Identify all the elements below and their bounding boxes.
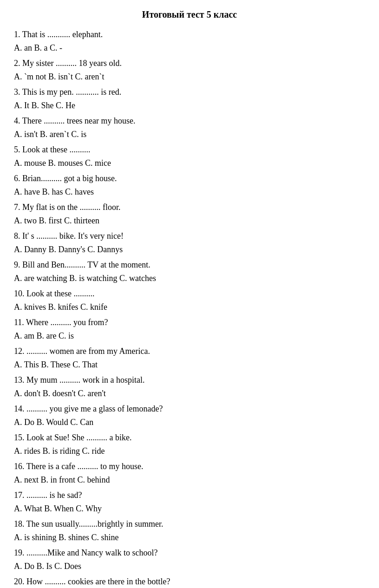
question-text-2: 2. My sister .......... 18 years old. — [14, 57, 365, 70]
answer-options-6: A. have B. has C. haves — [14, 186, 365, 198]
answer-options-10: A. knives B. knifes C. knife — [14, 301, 365, 314]
question-text-1: 1. That is ........... elephant. — [14, 28, 365, 41]
answer-options-14: A. Do B. Would C. Can — [14, 416, 365, 429]
question-text-5: 5. Look at these .......... — [14, 144, 365, 156]
answer-options-19: A. Do B. Is C. Does — [14, 560, 365, 573]
answer-options-7: A. two B. first C. thirteen — [14, 215, 365, 227]
page-title: Итоговый тест 5 класс — [14, 9, 365, 20]
question-text-6: 6. Brian.......... got a big house. — [14, 172, 365, 185]
answer-options-3: A. It B. She C. He — [14, 99, 365, 112]
answer-options-5: A. mouse B. mouses C. mice — [14, 157, 365, 170]
question-text-7: 7. My flat is on the .......... floor. — [14, 201, 365, 214]
answer-options-18: A. is shining B. shines C. shine — [14, 531, 365, 544]
question-text-19: 19. ..........Mike and Nancy walk to sch… — [14, 547, 365, 559]
question-text-11: 11. Where .......... you from? — [14, 316, 365, 329]
question-text-12: 12. .......... women are from my America… — [14, 345, 365, 358]
question-text-4: 4. There .......... trees near my house. — [14, 115, 365, 127]
question-text-8: 8. It' s .......... bike. It's very nice… — [14, 230, 365, 242]
question-text-14: 14. .......... you give me a glass of le… — [14, 403, 365, 415]
question-text-10: 10. Look at these .......... — [14, 287, 365, 300]
answer-options-11: A. am B. are C. is — [14, 330, 365, 342]
question-text-16: 16. There is a cafe .......... to my hou… — [14, 460, 365, 473]
question-text-9: 9. Bill and Ben.......... TV at the mome… — [14, 259, 365, 271]
answer-options-1: A. an B. a C. - — [14, 42, 365, 54]
answer-options-15: A. rides B. is riding C. ride — [14, 445, 365, 457]
answer-options-16: A. next B. in front C. behind — [14, 474, 365, 486]
answer-options-2: A. `m not B. isn`t C. aren`t — [14, 71, 365, 83]
question-text-18: 18. The sun usually.........brightly in … — [14, 518, 365, 530]
answer-options-17: A. What B. When C. Why — [14, 503, 365, 515]
answer-options-4: A. isn't B. aren`t C. is — [14, 128, 365, 141]
question-text-15: 15. Look at Sue! She .......... a bike. — [14, 431, 365, 444]
answer-options-12: A. This B. These C. That — [14, 359, 365, 371]
answer-options-8: A. Danny B. Danny's C. Dannys — [14, 243, 365, 256]
question-text-3: 3. This is my pen. ........... is red. — [14, 86, 365, 98]
answer-options-13: A. don't B. doesn't C. aren't — [14, 387, 365, 400]
question-text-13: 13. My mum .......... work in a hospital… — [14, 374, 365, 386]
question-text-20: 20. How .......... cookies are there in … — [14, 575, 365, 588]
answer-options-9: A. are watching B. is watching C. watche… — [14, 272, 365, 285]
question-text-17: 17. .......... is he sad? — [14, 489, 365, 502]
